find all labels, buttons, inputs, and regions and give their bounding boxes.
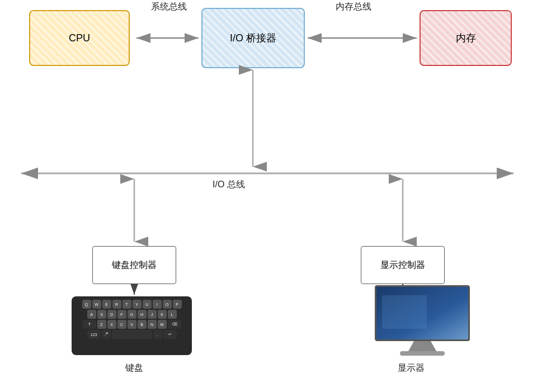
keyboard-ctrl-box: 键盘控制器 (92, 246, 176, 284)
keyboard-text-label: 键盘 (98, 362, 171, 374)
mem-bus-label: 内存总线 (336, 1, 371, 13)
monitor-image (369, 285, 475, 358)
monitor-text-label: 显示器 (383, 362, 439, 374)
keyboard-ctrl-label: 键盘控制器 (112, 259, 157, 271)
system-bus-label: 系统总线 (151, 1, 187, 13)
io-bus-label: I/O 总线 (213, 179, 245, 191)
display-ctrl-box: 显示控制器 (361, 246, 445, 284)
io-bridge-label: I/O 桥接器 (230, 31, 276, 45)
diagram: CPU I/O 桥接器 内存 (0, 0, 537, 392)
keyboard-image: QWE RTY UIO P ASD FGH JKL ⇑ ZXC VBN M⌫ 1… (72, 296, 192, 355)
svg-rect-17 (382, 295, 427, 329)
display-ctrl-label: 显示控制器 (380, 259, 425, 271)
cpu-label: CPU (69, 32, 90, 44)
mem-label: 内存 (456, 31, 476, 45)
